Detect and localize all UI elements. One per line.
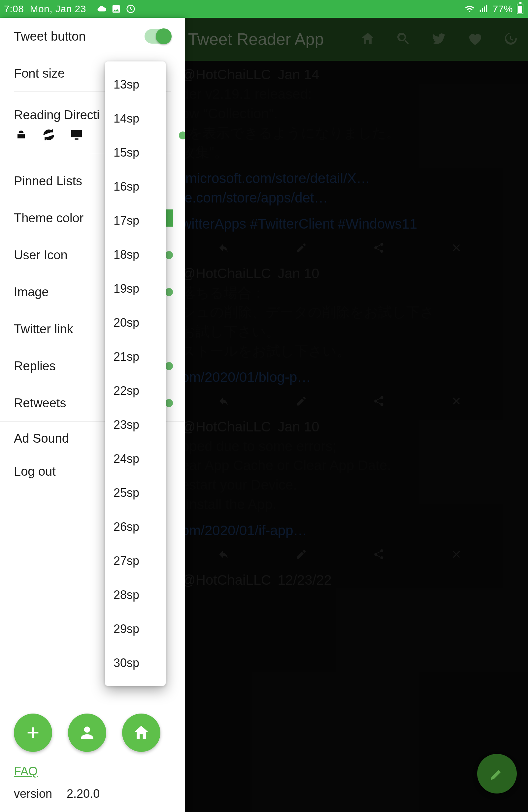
version-text: version	[14, 787, 52, 800]
font-size-option[interactable]: 20sp	[105, 306, 166, 339]
toggle-indicator	[165, 399, 173, 407]
setting-label: Pinned Lists	[14, 174, 82, 188]
sync-icon	[126, 4, 136, 14]
font-size-option[interactable]: 26sp	[105, 510, 166, 544]
setting-label: Replies	[14, 359, 56, 373]
font-size-option[interactable]: 23sp	[105, 408, 166, 442]
cloud-icon	[97, 4, 107, 14]
font-size-option[interactable]: 30sp	[105, 646, 166, 680]
signal-icon	[479, 4, 488, 14]
setting-label: Theme color	[14, 211, 84, 225]
monitor-icon[interactable]	[69, 128, 84, 143]
font-size-option[interactable]: 27sp	[105, 544, 166, 578]
setting-label: Ad Sound	[14, 432, 69, 446]
toggle-indicator	[179, 131, 185, 140]
status-date: Mon, Jan 23	[30, 3, 86, 15]
version-label: version 2.20.0	[14, 787, 171, 801]
setting-label: Retweets	[14, 396, 66, 410]
status-bar: 7:08 Mon, Jan 23 77%	[0, 0, 528, 18]
compose-fab[interactable]	[477, 754, 517, 794]
toggle-indicator	[165, 251, 173, 259]
font-size-option[interactable]: 18sp	[105, 237, 166, 272]
font-size-option[interactable]: 15sp	[105, 135, 166, 170]
toggle-indicator	[165, 288, 173, 296]
font-size-option[interactable]: 22sp	[105, 374, 166, 408]
setting-label: Tweet button	[14, 29, 86, 44]
setting-label: Font size	[14, 67, 65, 81]
status-time: 7:08	[4, 3, 24, 15]
toggle-indicator	[165, 362, 173, 370]
faq-link[interactable]: FAQ	[14, 765, 37, 778]
setting-tweet-button[interactable]: Tweet button	[0, 18, 185, 55]
font-size-option[interactable]: 29sp	[105, 612, 166, 646]
android-icon[interactable]	[14, 128, 28, 143]
font-size-option[interactable]: 17sp	[105, 203, 166, 237]
setting-label: Log out	[14, 464, 56, 479]
font-size-option[interactable]: 14sp	[105, 101, 166, 135]
battery-percent: 77%	[492, 3, 513, 15]
font-size-option[interactable]: 24sp	[105, 442, 166, 476]
profile-fab[interactable]	[68, 713, 106, 752]
drawer-footer: FAQ version 2.20.0	[0, 706, 185, 812]
setting-label: User Icon	[14, 248, 67, 262]
sync-icon[interactable]	[42, 128, 56, 143]
add-fab[interactable]	[14, 713, 52, 752]
toggle-switch[interactable]	[145, 29, 171, 44]
setting-label: Image	[14, 285, 49, 299]
font-size-option[interactable]: 21sp	[105, 339, 166, 374]
font-size-option[interactable]: 28sp	[105, 578, 166, 612]
font-size-option[interactable]: 19sp	[105, 272, 166, 306]
font-size-option[interactable]: 16sp	[105, 170, 166, 203]
font-size-option[interactable]: 13sp	[105, 68, 166, 101]
font-size-option[interactable]: 25sp	[105, 476, 166, 510]
wifi-icon	[465, 4, 474, 14]
home-fab[interactable]	[122, 713, 161, 752]
image-icon	[111, 4, 121, 14]
setting-label: Twitter link	[14, 322, 73, 336]
battery-icon	[517, 4, 523, 14]
font-size-dropdown: 13sp 14sp 15sp 16sp 17sp 18sp 19sp 20sp …	[105, 61, 166, 686]
version-number: 2.20.0	[67, 787, 100, 800]
setting-label: Reading Directi	[14, 108, 100, 122]
